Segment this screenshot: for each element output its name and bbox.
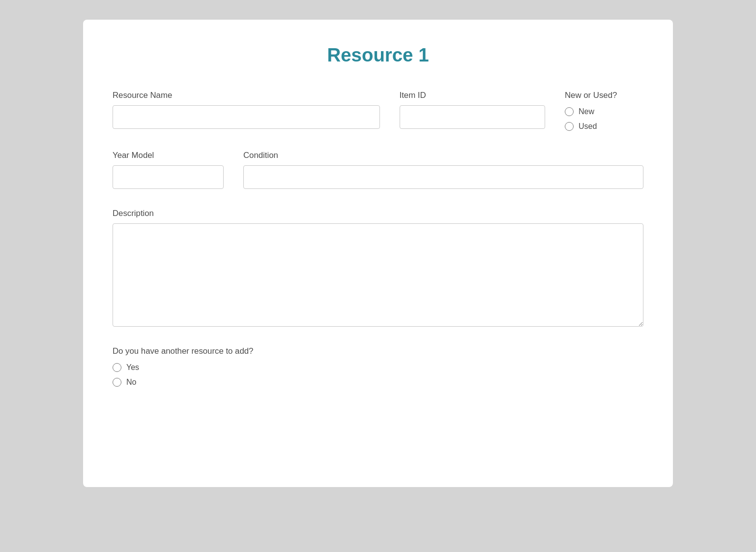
description-textarea[interactable] bbox=[113, 223, 643, 327]
form-container: Resource 1 Resource Name Item ID New or … bbox=[83, 20, 673, 487]
used-option[interactable]: Used bbox=[565, 122, 643, 131]
new-radio[interactable] bbox=[565, 107, 574, 116]
condition-group: Condition bbox=[243, 151, 643, 189]
resource-name-label: Resource Name bbox=[113, 91, 380, 100]
year-model-input[interactable] bbox=[113, 165, 224, 189]
condition-input[interactable] bbox=[243, 165, 643, 189]
item-id-group: Item ID bbox=[400, 91, 545, 129]
no-radio[interactable] bbox=[113, 378, 121, 387]
year-model-label: Year Model bbox=[113, 151, 224, 160]
used-radio[interactable] bbox=[565, 122, 574, 131]
used-option-label: Used bbox=[579, 122, 597, 131]
yes-option[interactable]: Yes bbox=[113, 363, 643, 372]
no-option[interactable]: No bbox=[113, 378, 643, 387]
item-id-label: Item ID bbox=[400, 91, 545, 100]
new-option[interactable]: New bbox=[565, 107, 643, 116]
yes-radio[interactable] bbox=[113, 363, 121, 372]
new-or-used-group: New or Used? New Used bbox=[565, 91, 643, 131]
resource-name-group: Resource Name bbox=[113, 91, 380, 129]
row-1: Resource Name Item ID New or Used? New U… bbox=[113, 91, 643, 131]
new-option-label: New bbox=[579, 107, 594, 116]
another-resource-section: Do you have another resource to add? Yes… bbox=[113, 346, 643, 387]
yes-option-label: Yes bbox=[126, 363, 139, 372]
resource-name-input[interactable] bbox=[113, 105, 380, 129]
no-option-label: No bbox=[126, 378, 136, 387]
page-title: Resource 1 bbox=[113, 44, 643, 66]
item-id-input[interactable] bbox=[400, 105, 545, 129]
new-or-used-label: New or Used? bbox=[565, 91, 643, 100]
description-label: Description bbox=[113, 209, 643, 218]
condition-label: Condition bbox=[243, 151, 643, 160]
description-row: Description bbox=[113, 209, 643, 327]
new-or-used-radio-group: New Used bbox=[565, 107, 643, 131]
description-group: Description bbox=[113, 209, 643, 327]
year-model-group: Year Model bbox=[113, 151, 224, 189]
row-2: Year Model Condition bbox=[113, 151, 643, 189]
another-resource-radio-group: Yes No bbox=[113, 363, 643, 387]
another-resource-label: Do you have another resource to add? bbox=[113, 346, 643, 356]
